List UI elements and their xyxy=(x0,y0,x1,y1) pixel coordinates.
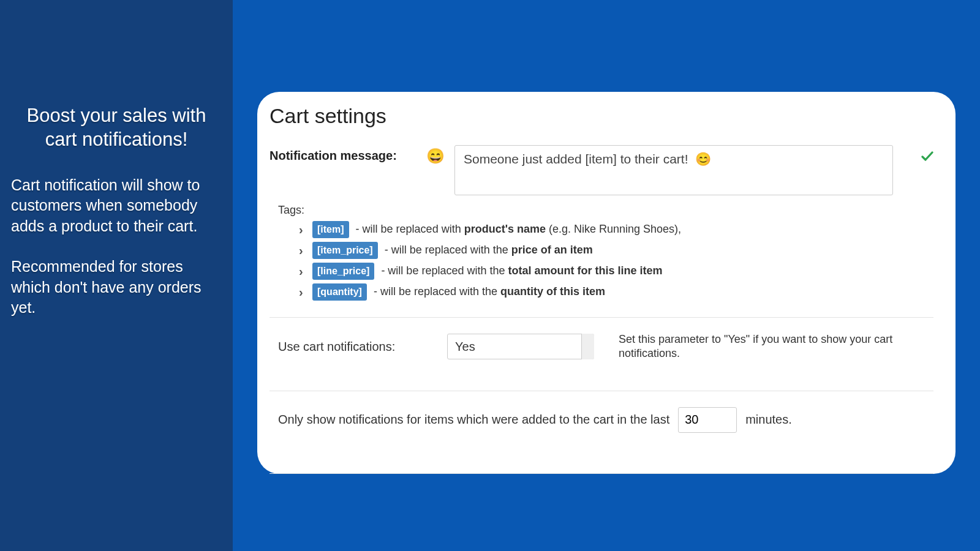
promo-sidebar: Boost your sales with cart notifications… xyxy=(0,0,233,551)
tag-text: - will be replaced with the xyxy=(381,264,508,277)
use-cart-select-wrap: Yes ▾ xyxy=(447,334,594,359)
tags-label: Tags: xyxy=(278,204,933,217)
settings-card: Cart settings Notification message: 😄 So… xyxy=(257,92,956,474)
tag-chip-quantity[interactable]: [quantity] xyxy=(312,283,367,301)
tag-text: - will be replaced with the xyxy=(374,285,500,298)
tag-bold: product's name xyxy=(464,223,546,235)
tag-row: [item] - will be replaced with product's… xyxy=(299,219,933,240)
use-cart-row: Use cart notifications: Yes ▾ Set this p… xyxy=(270,318,933,376)
card-title: Cart settings xyxy=(270,104,933,128)
use-cart-hint: Set this parameter to "Yes" if you want … xyxy=(619,332,933,361)
tag-row: [quantity] - will be replaced with the q… xyxy=(299,282,933,302)
tag-bold: quantity of this item xyxy=(500,285,605,298)
divider xyxy=(270,473,933,474)
tag-text: - will be replaced with the xyxy=(385,244,511,256)
use-cart-label: Use cart notifications: xyxy=(278,340,435,354)
tag-chip-item[interactable]: [item] xyxy=(312,221,349,238)
tags-block: Tags: [item] - will be replaced with pro… xyxy=(278,204,933,302)
only-show-suffix: minutes. xyxy=(745,413,792,427)
time-threshold-row: Only show notifications for items which … xyxy=(270,391,933,459)
tag-bold: total amount for this line item xyxy=(508,264,662,277)
use-cart-select[interactable]: Yes xyxy=(447,334,594,359)
tag-text: - will be replaced with xyxy=(356,223,464,235)
emoji-picker-button[interactable]: 😄 xyxy=(426,145,445,165)
smile-icon: 😊 xyxy=(695,152,711,166)
sidebar-paragraph-1: Cart notification will show to customers… xyxy=(11,175,222,237)
notification-message-label: Notification message: xyxy=(270,145,417,163)
minutes-input[interactable] xyxy=(678,407,737,433)
tags-list: [item] - will be replaced with product's… xyxy=(299,219,933,302)
tag-bold: price of an item xyxy=(511,244,593,256)
tag-row: [item_price] - will be replaced with the… xyxy=(299,240,933,261)
notification-message-input[interactable]: Someone just added [item] to their cart!… xyxy=(454,145,893,195)
only-show-prefix: Only show notifications for items which … xyxy=(278,413,669,427)
checkmark-icon xyxy=(903,145,933,166)
tag-chip-item-price[interactable]: [item_price] xyxy=(312,242,378,259)
notification-message-value: Someone just added [item] to their cart! xyxy=(464,152,688,166)
sidebar-paragraph-2: Recommended for stores which don't have … xyxy=(11,257,222,318)
tag-after: (e.g. Nike Running Shoes), xyxy=(546,223,681,235)
tag-chip-line-price[interactable]: [line_price] xyxy=(312,263,374,280)
notification-message-row: Notification message: 😄 Someone just add… xyxy=(270,145,933,195)
content-pane: Cart settings Notification message: 😄 So… xyxy=(233,0,980,551)
tag-row: [line_price] - will be replaced with the… xyxy=(299,261,933,282)
sidebar-heading: Boost your sales with cart notifications… xyxy=(11,104,222,152)
